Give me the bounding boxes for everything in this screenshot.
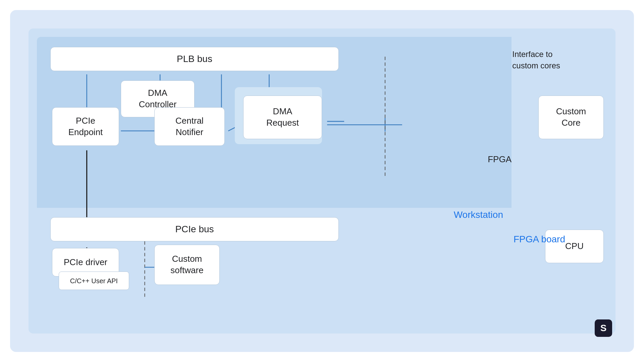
central-notifier-label: CentralNotifier — [175, 115, 204, 138]
custom-core-box: CustomCore — [538, 96, 604, 139]
custom-software-label: Customsoftware — [170, 253, 203, 276]
plb-bus-box: PLB bus — [50, 47, 339, 71]
dma-request-box: DMARequest — [243, 96, 322, 139]
diagram-area: PLB bus DMAController PCIeEndpoint Centr… — [10, 10, 634, 352]
pcie-endpoint-label: PCIeEndpoint — [68, 115, 103, 138]
custom-software-box: Customsoftware — [154, 245, 220, 285]
workstation-label: Workstation — [454, 209, 503, 220]
plb-bus-label: PLB bus — [177, 53, 212, 65]
pcie-bus-box: PCIe bus — [50, 217, 339, 241]
dma-request-label: DMARequest — [266, 106, 299, 129]
user-api-label: C/C++ User API — [70, 277, 118, 285]
fpga-board-label: FPGA board — [514, 234, 565, 245]
pcie-endpoint-box: PCIeEndpoint — [52, 107, 119, 146]
user-api-box: C/C++ User API — [59, 272, 129, 290]
central-notifier-box: CentralNotifier — [154, 107, 225, 146]
cpu-label: CPU — [565, 241, 584, 252]
watermark: S — [595, 319, 612, 337]
fpga-label: FPGA — [488, 154, 512, 165]
interface-to-custom-cores-label: Interface tocustom cores — [512, 49, 560, 71]
pcie-bus-label: PCIe bus — [175, 223, 214, 235]
dma-controller-label: DMAController — [139, 87, 177, 110]
pcie-driver-label: PCIe driver — [64, 257, 107, 268]
custom-core-label: CustomCore — [556, 106, 586, 129]
page-container: PLB bus DMAController PCIeEndpoint Centr… — [0, 0, 644, 362]
